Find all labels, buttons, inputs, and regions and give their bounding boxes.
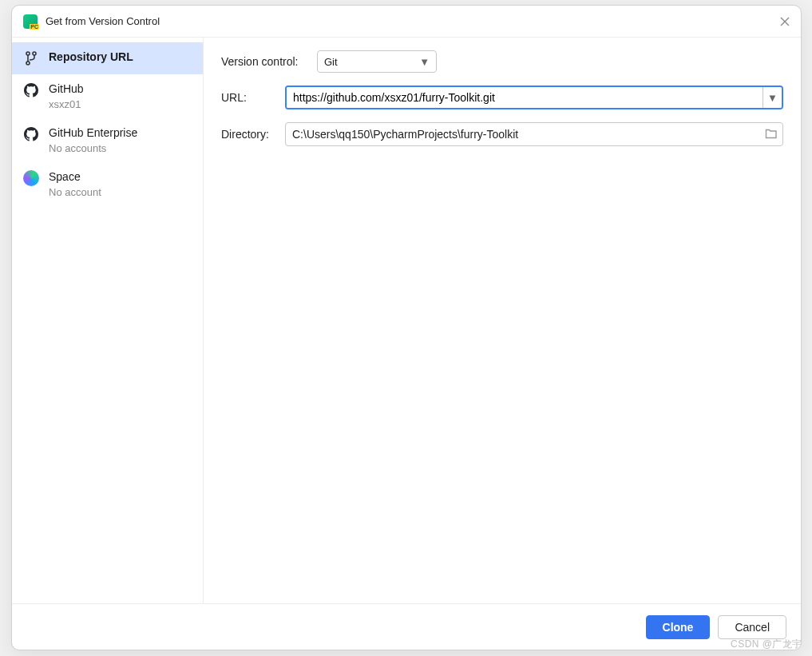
sidebar-item-space[interactable]: Space No account [12, 162, 203, 206]
sidebar-item-label: GitHub [49, 82, 84, 95]
sidebar-item-label: Repository URL [49, 50, 133, 63]
close-icon [780, 17, 790, 26]
main-panel: Version control: Git ▼ URL: ▼ Directory: [204, 38, 801, 603]
clone-button[interactable]: Clone [646, 615, 711, 639]
directory-label: Directory: [221, 128, 279, 141]
directory-field[interactable]: C:\Users\qq150\PycharmProjects\furry-Too… [285, 122, 783, 146]
vcs-select[interactable]: Git ▼ [317, 50, 437, 73]
github-icon [23, 126, 39, 142]
url-field-wrap: ▼ [285, 85, 783, 109]
space-icon [23, 170, 39, 186]
vcs-dialog: Get from Version Control Repository URL … [11, 5, 802, 650]
dialog-body: Repository URL GitHub xsxz01 GitHub Ente… [12, 38, 801, 603]
dialog-footer: Clone Cancel [12, 603, 801, 650]
titlebar: Get from Version Control [12, 6, 801, 38]
sidebar-item-github-enterprise[interactable]: GitHub Enterprise No accounts [12, 118, 203, 162]
cancel-button[interactable]: Cancel [718, 615, 786, 639]
sidebar-item-repository-url[interactable]: Repository URL [12, 42, 203, 74]
github-icon [23, 82, 39, 98]
sidebar-item-label: Space [49, 170, 101, 183]
url-history-button[interactable]: ▼ [762, 87, 782, 108]
vcs-label: Version control: [221, 55, 311, 68]
close-button[interactable] [777, 14, 793, 30]
sidebar: Repository URL GitHub xsxz01 GitHub Ente… [12, 38, 204, 603]
pycharm-icon [23, 14, 38, 29]
dialog-title: Get from Version Control [46, 15, 160, 27]
branch-icon [23, 50, 39, 66]
sidebar-item-sub: No accounts [49, 142, 137, 154]
folder-icon[interactable] [765, 128, 778, 141]
svg-point-2 [26, 62, 30, 65]
svg-point-1 [33, 52, 36, 55]
url-input[interactable] [287, 87, 762, 108]
vcs-select-value: Git [324, 56, 338, 68]
directory-value: C:\Users\qq150\PycharmProjects\furry-Too… [292, 128, 765, 141]
sidebar-item-github[interactable]: GitHub xsxz01 [12, 74, 203, 118]
sidebar-item-sub: No account [49, 186, 101, 198]
chevron-down-icon: ▼ [767, 92, 778, 104]
chevron-down-icon: ▼ [419, 56, 430, 68]
svg-point-0 [26, 52, 30, 55]
url-label: URL: [221, 91, 279, 104]
sidebar-item-sub: xsxz01 [49, 98, 84, 110]
sidebar-item-label: GitHub Enterprise [49, 126, 137, 139]
